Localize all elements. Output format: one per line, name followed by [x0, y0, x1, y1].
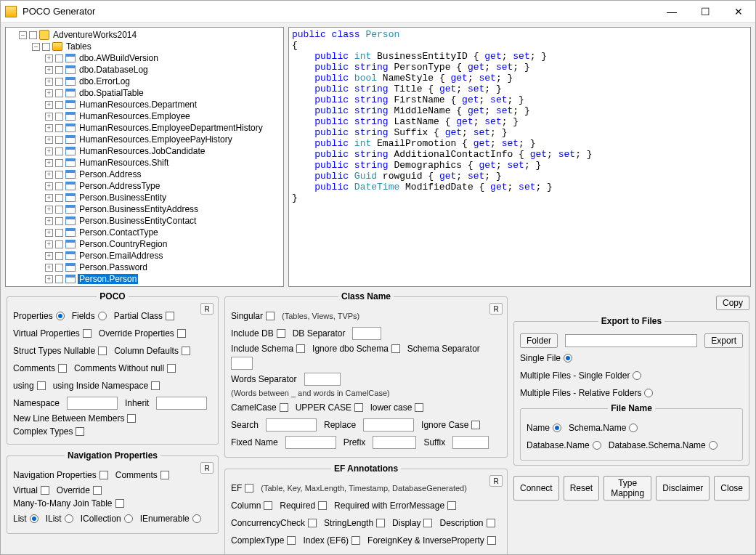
reset-button[interactable]: Reset — [564, 476, 599, 501]
partial-class-check[interactable]: Partial Class — [114, 311, 174, 321]
tree-checkbox[interactable] — [55, 287, 63, 288]
tree-row[interactable]: +Person.BusinessEntityAddress — [6, 203, 283, 215]
tree-checkbox[interactable] — [55, 240, 63, 248]
tree-checkbox[interactable] — [55, 78, 63, 86]
inherit-input[interactable] — [156, 397, 207, 410]
tree-row[interactable]: +HumanResources.Employee — [6, 110, 283, 122]
properties-radio[interactable]: Properties — [13, 311, 65, 321]
singlefile-radio[interactable]: Single File — [520, 353, 572, 363]
code-panel[interactable]: public class Person { public int Busines… — [288, 27, 751, 287]
tree-expander[interactable]: + — [45, 78, 53, 86]
tree-row[interactable]: +Person.BusinessEntityContact — [6, 215, 283, 227]
nullable-check[interactable]: Struct Types Nullable — [13, 346, 107, 356]
tree-checkbox[interactable] — [55, 182, 63, 190]
tree-label[interactable]: Person.Address — [78, 169, 142, 179]
tree-row[interactable]: +Person.Address — [6, 169, 283, 180]
tree-row[interactable]: +Person.CountryRegion — [6, 238, 283, 250]
tree-row[interactable]: +Person.Person — [6, 273, 283, 285]
tree-expander[interactable]: + — [45, 113, 53, 121]
tree-row[interactable]: –AdventureWorks2014 — [6, 29, 283, 41]
ignorecase-check[interactable]: Ignore Case — [421, 420, 480, 430]
tree-checkbox[interactable] — [55, 66, 63, 74]
copy-button[interactable]: Copy — [716, 296, 749, 310]
nav-comments-check[interactable]: Comments — [115, 470, 169, 480]
tree-expander[interactable]: – — [19, 31, 27, 39]
tree-checkbox[interactable] — [55, 113, 63, 121]
tree-expander[interactable]: + — [45, 159, 53, 167]
tree-label[interactable]: Person.AddressType — [78, 181, 161, 191]
tree-label[interactable]: dbo.AWBuildVersion — [78, 53, 160, 63]
tree-label[interactable]: Person.Password — [78, 262, 149, 272]
prefix-input[interactable] — [373, 436, 416, 449]
ct-check[interactable]: ComplexType — [231, 535, 296, 546]
newline-check[interactable]: New Line Between Members — [13, 413, 136, 424]
tree-expander[interactable]: – — [32, 43, 40, 51]
tree-expander[interactable]: + — [45, 240, 53, 248]
connect-button[interactable]: Connect — [513, 476, 559, 501]
ef-check[interactable]: EF — [231, 483, 253, 493]
schemasep-input[interactable] — [231, 357, 253, 370]
tree-label[interactable]: HumanResources.EmployeePayHistory — [78, 134, 234, 145]
tree-expander[interactable]: + — [45, 252, 53, 260]
wordsep-input[interactable] — [304, 373, 341, 386]
tree-row[interactable]: +Person.BusinessEntity — [6, 192, 283, 203]
export-button[interactable]: Export — [704, 333, 743, 348]
classname-reset-button[interactable]: R — [489, 303, 503, 315]
fn-schemaname-radio[interactable]: Schema.Name — [569, 423, 638, 433]
tree-row[interactable]: +Person.PersonPhone — [6, 285, 283, 287]
tree-expander[interactable]: + — [45, 136, 53, 144]
tree-expander[interactable]: + — [45, 229, 53, 237]
tree-row[interactable]: +dbo.SpatialTable — [6, 87, 283, 99]
tree-checkbox[interactable] — [55, 147, 63, 155]
tree-label[interactable]: HumanResources.Shift — [78, 158, 170, 168]
tree-expander[interactable]: + — [45, 101, 53, 109]
tree-checkbox[interactable] — [55, 264, 63, 272]
tree-label[interactable]: HumanResources.EmployeeDepartmentHistory — [78, 123, 264, 133]
tree-checkbox[interactable] — [55, 171, 63, 179]
tree-row[interactable]: +Person.Password — [6, 262, 283, 273]
disclaimer-button[interactable]: Disclaimer — [656, 476, 710, 501]
close-button[interactable]: ✕ — [722, 1, 755, 23]
column-check[interactable]: Column — [231, 501, 272, 511]
tree-label[interactable]: AdventureWorks2014 — [52, 30, 138, 40]
tree-expander[interactable]: + — [45, 54, 53, 62]
tree-label[interactable]: Person.BusinessEntityAddress — [78, 204, 200, 214]
tree-checkbox[interactable] — [55, 89, 63, 97]
sl-check[interactable]: StringLength — [324, 518, 385, 528]
fn-dbname-radio[interactable]: Database.Name — [527, 440, 601, 450]
search-input[interactable] — [266, 418, 317, 432]
tree-expander[interactable]: + — [45, 287, 53, 288]
tree-row[interactable]: +Person.AddressType — [6, 180, 283, 192]
tree-label[interactable]: Person.Person — [78, 274, 138, 284]
override-props-check[interactable]: Override Properties — [99, 328, 186, 339]
ef-reset-button[interactable]: R — [489, 475, 503, 487]
suffix-input[interactable] — [452, 436, 489, 449]
complex-check[interactable]: Complex Types — [13, 426, 84, 437]
tree-row[interactable]: +Person.EmailAddress — [6, 250, 283, 262]
icoll-radio[interactable]: ICollection — [81, 514, 133, 524]
tree-expander[interactable]: + — [45, 89, 53, 97]
tree-expander[interactable]: + — [45, 194, 53, 202]
tree-label[interactable]: HumanResources.Employee — [78, 111, 192, 121]
tree-label[interactable]: Person.ContactType — [78, 227, 160, 238]
tree-label[interactable]: Person.PersonPhone — [78, 285, 163, 287]
nav-reset-button[interactable]: R — [200, 462, 214, 474]
tree-label[interactable]: HumanResources.Department — [78, 100, 198, 110]
tree-expander[interactable]: + — [45, 124, 53, 132]
tree-label[interactable]: Person.BusinessEntityContact — [78, 216, 198, 226]
tree-row[interactable]: +HumanResources.Shift — [6, 157, 283, 169]
tree-panel[interactable]: –AdventureWorks2014–Tables+dbo.AWBuildVe… — [5, 27, 284, 287]
tree-expander[interactable]: + — [45, 264, 53, 272]
virtual-props-check[interactable]: Virtual Properties — [13, 328, 92, 339]
idx-check[interactable]: Index (EF6) — [303, 535, 360, 546]
nav-props-check[interactable]: Navigation Properties — [13, 470, 108, 480]
dbsep-input[interactable] — [352, 327, 381, 340]
replace-input[interactable] — [363, 418, 414, 432]
tree-label[interactable]: Tables — [65, 41, 93, 52]
incschema-check[interactable]: Include Schema — [231, 344, 305, 354]
tree-row[interactable]: +HumanResources.EmployeeDepartmentHistor… — [6, 122, 283, 134]
tree-row[interactable]: –Tables — [6, 41, 283, 52]
folder-button[interactable]: Folder — [520, 333, 558, 348]
tree-expander[interactable]: + — [45, 147, 53, 155]
tree-checkbox[interactable] — [55, 229, 63, 237]
